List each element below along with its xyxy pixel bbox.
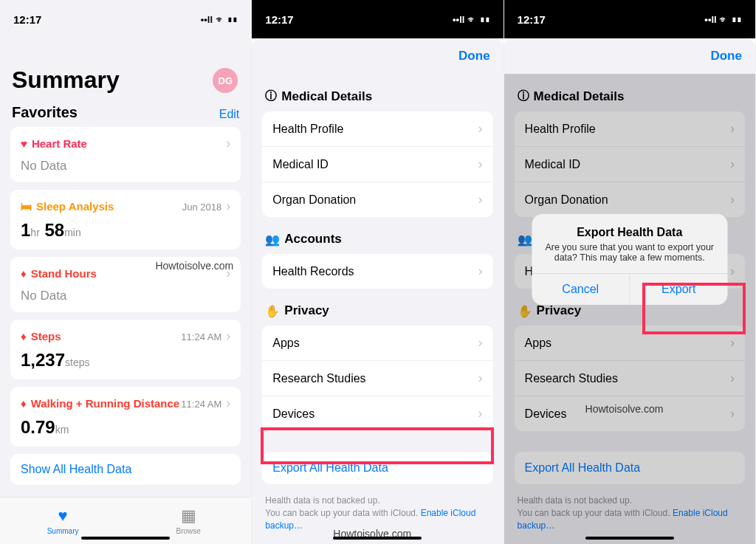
- alert-export-button[interactable]: Export: [630, 274, 727, 305]
- chevron-right-icon: ›: [226, 199, 230, 213]
- sheet-header: Done: [504, 38, 755, 74]
- chevron-right-icon: ›: [478, 371, 483, 386]
- chevron-right-icon: ›: [478, 335, 483, 351]
- walk-value: 0.79km: [21, 417, 230, 438]
- list-privacy: Apps› Research Studies› Devices›: [262, 326, 492, 431]
- home-indicator[interactable]: [81, 537, 170, 540]
- sleep-label: Sleep Analysis: [36, 200, 114, 213]
- show-all-health-data[interactable]: Show All Health Data: [10, 454, 241, 485]
- bed-icon: 🛏: [21, 200, 32, 213]
- chevron-right-icon: ›: [478, 192, 483, 207]
- heart-label: Heart Rate: [32, 137, 87, 150]
- status-bar: 12:17 ••ll ᯤ ▮▮: [0, 0, 251, 31]
- list-medical: Health Profile› Medical ID› Organ Donati…: [262, 111, 492, 217]
- done-button[interactable]: Done: [458, 49, 490, 63]
- section-privacy: ✋Privacy: [265, 303, 489, 318]
- heart-fill-icon: ♥: [58, 506, 68, 526]
- status-icons: ••ll ᯤ ▮▮: [704, 14, 742, 25]
- flame-icon: ♦: [21, 330, 27, 342]
- screen-settings: 12:17 ••ll ᯤ ▮▮ Done ⓘMedical Details He…: [252, 0, 504, 544]
- status-icons: ••ll ᯤ ▮▮: [453, 14, 490, 25]
- card-walking[interactable]: ♦Walking + Running Distance 11:24 AM› 0.…: [10, 387, 241, 447]
- list-export: Export All Health Data: [262, 452, 492, 484]
- walk-time: 11:24 AM: [181, 399, 221, 410]
- favorites-heading: Favorites: [12, 104, 78, 121]
- status-time: 12:17: [518, 13, 546, 26]
- dim-overlay: [504, 74, 755, 544]
- chevron-right-icon: ›: [478, 264, 483, 279]
- section-accounts: 👥Accounts: [265, 232, 489, 247]
- status-icons: ••ll ᯤ ▮▮: [201, 14, 238, 25]
- page-title: Summary: [12, 66, 241, 94]
- chevron-right-icon: ›: [226, 396, 230, 410]
- row-research-studies[interactable]: Research Studies›: [262, 361, 492, 396]
- section-medical: ⓘMedical Details: [265, 89, 489, 104]
- card-steps[interactable]: ♦Steps 11:24 AM› 1,237steps: [10, 320, 241, 379]
- chevron-right-icon: ›: [226, 136, 230, 151]
- footer-note: Health data is not backed up. You can ba…: [265, 495, 489, 531]
- alert-cancel-button[interactable]: Cancel: [532, 274, 630, 305]
- walk-label: Walking + Running Distance: [31, 397, 180, 410]
- row-health-records[interactable]: Health Records›: [262, 254, 492, 289]
- status-bar: 12:17 ••ll ᯤ ▮▮: [252, 0, 503, 31]
- card-heart-rate[interactable]: ♥Heart Rate › No Data: [10, 127, 241, 182]
- grid-icon: ▦: [181, 506, 196, 526]
- alert-message: Are you sure that you want to export you…: [532, 242, 727, 273]
- row-organ-donation[interactable]: Organ Donation›: [262, 182, 492, 217]
- steps-label: Steps: [31, 330, 61, 342]
- chevron-right-icon: ›: [478, 121, 483, 137]
- stand-label: Stand Hours: [31, 267, 97, 280]
- card-sleep[interactable]: 🛏Sleep Analysis Jun 2018› 1hr 58min: [10, 190, 241, 249]
- tab-bar: ♥Summary ▦Browse: [0, 497, 251, 544]
- list-accounts: Health Records›: [262, 254, 492, 289]
- chevron-right-icon: ›: [478, 156, 483, 172]
- steps-time: 11:24 AM: [181, 331, 221, 342]
- sleep-date: Jun 2018: [182, 202, 222, 213]
- people-icon: 👥: [265, 233, 280, 247]
- chevron-right-icon: ›: [478, 406, 483, 421]
- sleep-value: 1hr 58min: [21, 220, 230, 241]
- status-time: 12:17: [265, 13, 293, 26]
- heart-value: No Data: [21, 159, 230, 173]
- alert-title: Export Health Data: [532, 214, 727, 242]
- flame-icon: ♦: [21, 267, 27, 280]
- row-apps[interactable]: Apps›: [262, 326, 492, 361]
- watermark: Howtoisolve.com: [155, 260, 233, 272]
- screen-summary: 12:17 ••ll ᯤ ▮▮ DG Summary Favorites Edi…: [0, 0, 252, 544]
- row-medical-id[interactable]: Medical ID›: [262, 147, 492, 182]
- stand-value: No Data: [21, 289, 230, 303]
- heart-icon: ♥: [21, 137, 27, 150]
- home-indicator[interactable]: [333, 537, 422, 540]
- status-bar: 12:17 ••ll ᯤ ▮▮: [504, 0, 755, 31]
- steps-value: 1,237steps: [21, 350, 230, 371]
- row-health-profile[interactable]: Health Profile›: [262, 111, 492, 147]
- row-export-all[interactable]: Export All Health Data: [262, 452, 492, 484]
- hand-icon: ✋: [265, 304, 280, 318]
- flame-icon: ♦: [21, 397, 27, 410]
- chevron-right-icon: ›: [226, 328, 230, 343]
- row-devices[interactable]: Devices›: [262, 396, 492, 431]
- done-button[interactable]: Done: [710, 49, 742, 63]
- sheet-header: Done: [252, 38, 503, 74]
- edit-button[interactable]: Edit: [219, 108, 240, 121]
- info-icon: ⓘ: [265, 89, 277, 104]
- status-time: 12:17: [13, 13, 41, 26]
- card-stand[interactable]: ♦Stand Hours › No Data Howtoisolve.com: [10, 257, 241, 312]
- alert-export: Export Health Data Are you sure that you…: [532, 214, 727, 305]
- screen-export-alert: 12:17 ••ll ᯤ ▮▮ Done ⓘMedical Details He…: [504, 0, 756, 544]
